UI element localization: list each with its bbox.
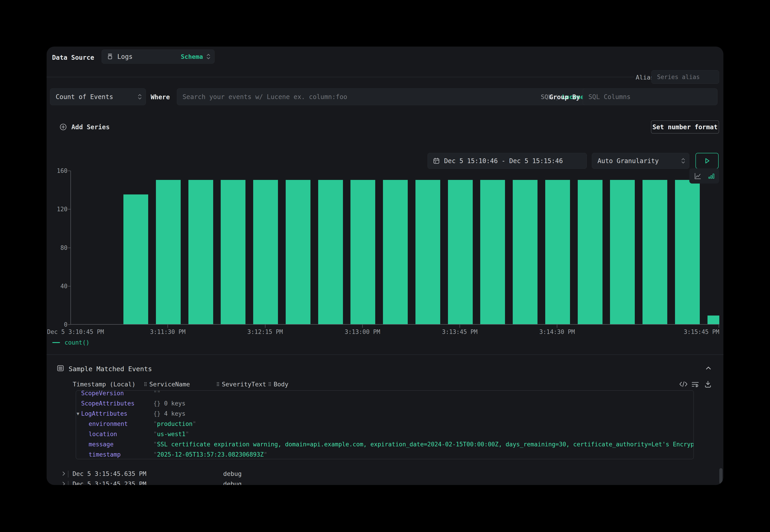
page: { "colors": { "accent": "#2bc795", "valu… (0, 0, 770, 532)
y-axis-tick (68, 286, 70, 286)
chart-bar[interactable] (578, 180, 603, 324)
bar-chart-icon[interactable] (708, 172, 715, 180)
attribute-key: LogAttributes (81, 410, 127, 417)
group-by-input[interactable] (583, 89, 717, 105)
column-header-body[interactable]: Body (268, 380, 288, 388)
attribute-value: "2025-12-05T13:57:23.082306893Z" (153, 451, 693, 458)
attribute-row[interactable]: message"SSL certificate expiration warni… (76, 439, 693, 449)
data-source-value: Logs (117, 53, 132, 60)
search-field: SQL | Lucene (177, 88, 590, 105)
legend-item[interactable]: count() (52, 339, 90, 346)
event-timestamp: Dec 5 3:15:45.635 PM (72, 470, 146, 477)
attribute-row[interactable]: location"us-west1" (76, 429, 693, 439)
chart-bar[interactable] (123, 194, 148, 324)
quote-mark: " (153, 441, 157, 448)
line-chart-icon[interactable] (694, 172, 702, 180)
y-axis-label: 0 (47, 321, 67, 328)
chart-bar[interactable] (221, 180, 245, 324)
chart-bar[interactable] (448, 180, 473, 324)
event-focus-bar (68, 471, 68, 477)
quote-mark: " (185, 431, 189, 438)
chevron-right-icon[interactable] (61, 471, 67, 478)
y-axis-tick (68, 248, 70, 248)
column-header-label: SeverityText (222, 381, 266, 388)
chart-bar[interactable] (156, 180, 181, 324)
chart-bar[interactable] (416, 180, 440, 324)
group-by-field (583, 88, 718, 105)
attribute-string-value: us-west1 (157, 431, 185, 438)
schema-label[interactable]: Schema (181, 53, 203, 60)
chevron-right-icon[interactable] (61, 481, 67, 485)
braces-icon: {} (153, 410, 164, 417)
add-series-button[interactable]: Add Series (59, 123, 110, 131)
chart-bar[interactable] (675, 180, 700, 324)
download-icon (704, 380, 712, 388)
run-query-button[interactable] (695, 153, 719, 169)
vertical-scrollbar-thumb[interactable] (719, 468, 723, 484)
aggregation-select[interactable]: Count of Events (50, 88, 146, 105)
data-source-label: Data Source (52, 54, 94, 61)
attribute-value: {} 0 keys (153, 400, 693, 407)
chart-bar[interactable] (545, 180, 570, 324)
section-divider (47, 354, 723, 355)
chart-bar[interactable] (188, 180, 213, 324)
chart-bar[interactable] (383, 180, 408, 324)
event-row[interactable]: Dec 5 3:15:45.235 PMdebug (47, 479, 723, 485)
drag-handle-icon[interactable] (268, 382, 271, 387)
attribute-row[interactable]: environment"production" (76, 419, 693, 429)
attribute-row[interactable]: ScopeAttributes{} 0 keys (76, 398, 693, 408)
chart-bar[interactable] (643, 180, 667, 324)
attributes-list: ScopeVersion""ScopeAttributes{} 0 keys▼L… (76, 390, 693, 459)
time-range-picker[interactable]: Dec 5 15:10:46 - Dec 5 15:15:46 (428, 153, 587, 169)
column-header-severitytext[interactable]: SeverityText (216, 380, 266, 388)
alias-divider (47, 77, 634, 77)
y-axis-tick (68, 171, 70, 171)
braces-icon: {} (153, 400, 164, 407)
download-button[interactable] (703, 380, 713, 388)
alias-input[interactable] (652, 70, 719, 84)
triangle-down-icon[interactable]: ▼ (77, 411, 79, 416)
x-axis-tick (460, 325, 460, 328)
data-source-select[interactable]: Logs Schema (102, 50, 214, 64)
expanded-event-panel: ScopeVersion""ScopeAttributes{} 0 keys▼L… (76, 390, 694, 459)
chart-bar[interactable] (480, 180, 505, 324)
attribute-row[interactable]: timestamp"2025-12-05T13:57:23.082306893Z… (76, 449, 693, 459)
chart-bar[interactable] (513, 180, 538, 324)
y-axis-label: 120 (47, 206, 67, 213)
column-header-label: ServiceName (149, 381, 190, 388)
attribute-key: environment (89, 420, 128, 427)
chart-bar[interactable] (708, 316, 720, 324)
attribute-row[interactable]: ▼LogAttributes{} 4 keys (76, 408, 693, 419)
x-axis-tick (719, 325, 719, 328)
attribute-row[interactable]: ScopeVersion"" (76, 390, 693, 398)
chevron-updown-icon (681, 157, 685, 164)
chart-bar[interactable] (286, 180, 310, 324)
wrap-text-button[interactable] (690, 380, 700, 388)
event-row[interactable]: Dec 5 3:15:45.635 PMdebug (47, 469, 723, 479)
column-header-servicename[interactable]: ServiceName (144, 380, 190, 388)
x-axis-label: 3:11:30 PM (150, 328, 186, 336)
chart-bar[interactable] (610, 180, 635, 324)
x-axis-label: 3:12:15 PM (247, 328, 283, 336)
search-input[interactable] (177, 89, 541, 105)
quote-mark: " (192, 420, 196, 427)
attribute-key: ScopeVersion (81, 390, 124, 397)
chart-bar[interactable] (253, 180, 278, 324)
granularity-select[interactable]: Auto Granularity (592, 153, 689, 169)
chart-bar[interactable] (350, 180, 375, 324)
chevron-updown-icon (137, 93, 142, 100)
attribute-string-value: production (157, 420, 193, 427)
drag-handle-icon[interactable] (144, 382, 147, 387)
chart-bar[interactable] (318, 180, 343, 324)
collapse-section-button[interactable] (703, 364, 713, 372)
code-view-button[interactable] (678, 380, 688, 388)
attribute-value: "production" (153, 420, 693, 427)
y-axis-tick (68, 324, 70, 325)
plus-circle-icon (59, 123, 67, 131)
column-header-timestamp-local-[interactable]: Timestamp (Local) (73, 380, 135, 388)
drag-handle-icon[interactable] (216, 382, 219, 387)
aggregation-value: Count of Events (56, 93, 113, 101)
chart-plot (70, 171, 719, 325)
attribute-value: {} 4 keys (153, 410, 693, 417)
set-number-format-button[interactable]: Set number format (651, 120, 719, 134)
